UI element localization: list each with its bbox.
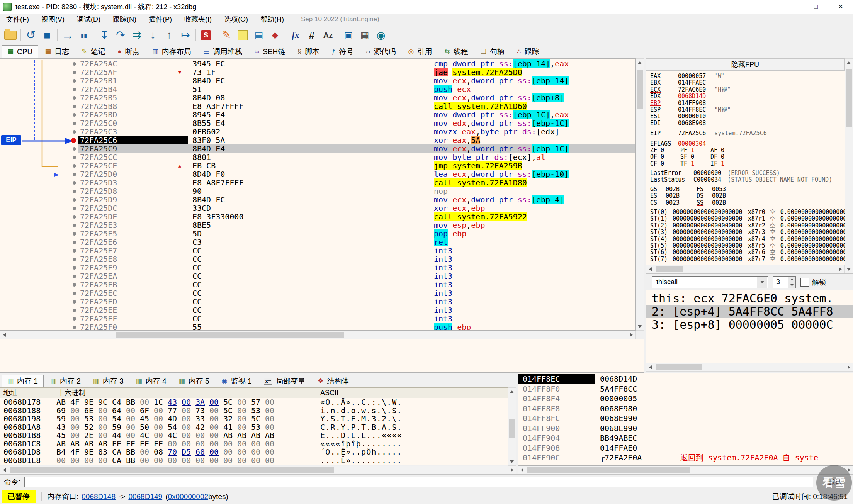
scroll-right-button[interactable] — [845, 466, 853, 474]
hex-byte[interactable]: BB — [126, 448, 140, 456]
memory-row[interactable]: 0068D1A843005200590050005400420041005300… — [0, 423, 508, 432]
hex-byte[interactable]: 00 — [70, 423, 84, 432]
string-references-button[interactable]: Az — [320, 27, 336, 43]
x87-register-value[interactable]: 00000000000000000000 — [673, 256, 743, 263]
breakpoint-gutter[interactable] — [0, 85, 78, 93]
hex-byte[interactable]: 00 — [84, 456, 98, 465]
hex-byte[interactable]: 53 — [251, 423, 265, 432]
memory-row[interactable]: 0068D19859005300540045004D00330032005C00… — [0, 415, 508, 423]
disasm-row[interactable]: 72FA25C08B55 E4mov edx,dword ptr ss:[ebp… — [0, 119, 635, 127]
disasm-row[interactable]: 72FA25EECCint3 — [0, 306, 635, 314]
step-out-button[interactable]: ↑ — [161, 27, 177, 43]
hex-byte[interactable]: 00 — [126, 431, 140, 440]
scroll-right-button[interactable] — [508, 466, 516, 474]
tab-locals[interactable]: x=局部变量 — [258, 375, 311, 387]
segment-register[interactable]: SS002B — [697, 200, 743, 206]
argument-row[interactable]: 3: [esp+8] 00000005 00000C — [646, 318, 853, 331]
hex-byte[interactable]: BB — [126, 398, 140, 407]
breakpoint-gutter[interactable] — [0, 187, 78, 195]
memory-row[interactable]: 0068D1D8B44F9E83CABB000870D5680000000000… — [0, 448, 508, 456]
breakpoint-gutter[interactable] — [0, 255, 78, 263]
tab-memory-4[interactable]: ▦内存 4 — [130, 375, 172, 387]
scroll-right-button[interactable] — [836, 265, 844, 273]
register-value[interactable]: 0023 — [666, 199, 680, 206]
hex-byte[interactable]: 00 — [182, 440, 195, 448]
hex-byte[interactable]: 00 — [168, 456, 182, 465]
execute-till-return-button[interactable]: ⇉ — [129, 27, 145, 43]
scroll-left-button[interactable] — [646, 363, 654, 371]
breakpoint-gutter[interactable] — [0, 263, 78, 272]
hex-byte[interactable]: 4C — [168, 431, 182, 440]
hex-byte[interactable]: 00 — [182, 415, 195, 423]
tab-log[interactable]: ▤日志 — [39, 45, 75, 58]
hex-byte[interactable]: 00 — [209, 415, 223, 423]
tab-memory-3[interactable]: ▦内存 3 — [87, 375, 129, 387]
register-value[interactable]: 00000057 — [678, 73, 706, 80]
breakpoint-gutter[interactable] — [0, 323, 78, 331]
hex-byte[interactable]: 57 — [251, 398, 265, 407]
disasm-row[interactable]: 72FA25EBCCint3 — [0, 280, 635, 289]
disasm-row[interactable]: 72FA25EDCCint3 — [0, 297, 635, 306]
hex-byte[interactable]: 00 — [154, 456, 168, 465]
hex-byte[interactable]: AB — [70, 440, 84, 448]
hex-byte[interactable]: 45 — [56, 431, 70, 440]
hex-byte[interactable]: 00 — [237, 440, 251, 448]
tab-trace[interactable]: ∴跟踪 — [511, 45, 545, 58]
labels-button[interactable]: ▤ — [251, 27, 267, 43]
scroll-thumb[interactable] — [656, 266, 683, 272]
scroll-right-button[interactable] — [845, 363, 853, 371]
tab-handles[interactable]: ❏句柄 — [475, 45, 510, 58]
scroll-up-button[interactable] — [508, 388, 516, 395]
hex-byte[interactable]: 4F — [70, 448, 84, 456]
hex-byte[interactable]: 00 — [209, 423, 223, 432]
hex-byte[interactable]: 00 — [70, 415, 84, 423]
internet-button[interactable]: ◉ — [373, 27, 389, 43]
scroll-thumb[interactable] — [509, 419, 515, 438]
scroll-down-button[interactable] — [845, 265, 853, 273]
segment-register[interactable]: ES002B — [650, 193, 697, 199]
x87-register-value[interactable]: 00000000000000000000 — [673, 209, 743, 216]
scroll-thumb[interactable] — [637, 70, 643, 109]
hex-byte[interactable]: 69 — [56, 407, 70, 415]
hex-byte[interactable]: 9C — [98, 398, 112, 407]
disasm-row[interactable]: 72FA25E38BE5mov esp,ebp — [0, 221, 635, 229]
hex-byte[interactable]: 43 — [56, 423, 70, 432]
disasm-row[interactable]: 72FA25B58B4D 08mov ecx,dword ptr ss:[ebp… — [0, 93, 635, 102]
disasm-row[interactable]: 72FA25C683F0 5Axor eax,5A — [0, 136, 635, 144]
breakpoint-gutter[interactable] — [0, 272, 78, 280]
disassembly-pane[interactable]: 72FA25AC3945 ECcmp dword ptr ss:[ebp-14]… — [0, 58, 636, 331]
breakpoint-gutter[interactable] — [0, 110, 78, 119]
breakpoint-gutter[interactable] — [0, 289, 78, 297]
breakpoint-gutter[interactable] — [0, 93, 78, 102]
hex-byte[interactable]: 00 — [209, 456, 223, 465]
hex-byte[interactable]: 54 — [168, 423, 182, 432]
disasm-row[interactable]: 72FA25E6C3ret — [0, 238, 635, 246]
breakpoint-gutter[interactable] — [0, 68, 78, 76]
disasm-row[interactable]: 72FA25D08D4D F0lea ecx,dword ptr ss:[ebp… — [0, 170, 635, 178]
hex-byte[interactable]: 00 — [209, 398, 223, 407]
breakpoint-gutter[interactable] — [0, 119, 78, 127]
hex-byte[interactable]: 00 — [182, 456, 195, 465]
breakpoint-gutter[interactable] — [0, 314, 78, 323]
breakpoint-gutter[interactable] — [0, 195, 78, 204]
x87-register-value[interactable]: 00000000000000000000 — [673, 236, 743, 243]
register-value[interactable]: 002B — [712, 199, 726, 206]
hex-byte[interactable]: EE — [112, 440, 126, 448]
register-value[interactable]: 00000010 — [678, 113, 706, 120]
breakpoint-gutter[interactable] — [0, 144, 78, 153]
comments-button[interactable] — [234, 27, 251, 43]
breakpoint-gutter[interactable] — [0, 161, 78, 170]
disasm-row[interactable]: 72FA25CC8801mov byte ptr ds:[ecx],al — [0, 153, 635, 161]
hex-byte[interactable]: 00 — [237, 407, 251, 415]
scroll-down-button[interactable] — [508, 458, 516, 465]
argument-row[interactable]: 2: [esp+4] 5A4FF8CC 5A4FF8 — [646, 305, 853, 318]
argument-count-stepper[interactable]: 3 — [773, 276, 796, 288]
hex-byte[interactable]: 00 — [223, 448, 237, 456]
hex-byte[interactable]: 68 — [195, 448, 209, 456]
register-value[interactable]: 00000000 — [693, 170, 721, 176]
hex-byte[interactable]: 70 — [168, 448, 182, 456]
hex-byte[interactable]: 00 — [265, 398, 279, 407]
stepper-down-button[interactable] — [788, 282, 795, 288]
segment-register[interactable]: CS0023 — [650, 200, 697, 206]
hex-byte[interactable]: EE — [140, 440, 154, 448]
